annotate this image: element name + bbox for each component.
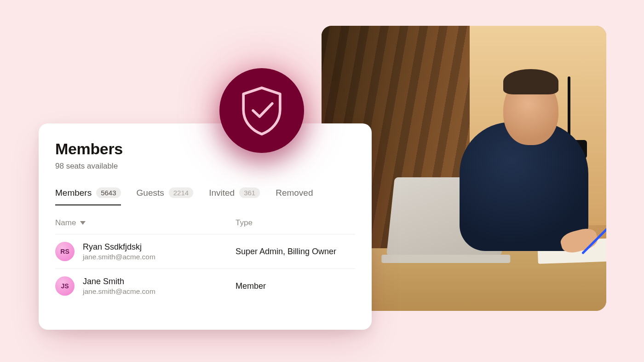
tab-label: Removed <box>276 188 313 198</box>
user-email: jane.smith@acme.com <box>83 287 155 296</box>
tab-count: 5643 <box>96 187 121 198</box>
table-header: Name Type <box>55 218 355 234</box>
shield-check-icon <box>219 68 304 153</box>
avatar: RS <box>55 242 75 261</box>
members-card: Members 98 seats available Members 5643 … <box>39 123 372 330</box>
table-row[interactable]: JS Jane Smith jane.smith@acme.com Member <box>55 269 355 303</box>
tab-members[interactable]: Members 5643 <box>55 187 121 205</box>
tab-invited[interactable]: Invited 361 <box>209 187 260 205</box>
tabs: Members 5643 Guests 2214 Invited 361 Rem… <box>55 187 355 205</box>
user-type: Member <box>236 281 266 291</box>
sort-desc-icon <box>80 218 86 228</box>
table-row[interactable]: RS Ryan Ssdkfjdskj jane.smith@acme.com S… <box>55 234 355 269</box>
tab-guests[interactable]: Guests 2214 <box>137 187 194 205</box>
section-title: Members <box>55 140 355 158</box>
column-header-name[interactable]: Name <box>55 218 236 228</box>
tab-label: Guests <box>137 188 164 198</box>
tab-label: Invited <box>209 188 235 198</box>
avatar: JS <box>55 276 75 296</box>
column-header-type[interactable]: Type <box>236 218 355 228</box>
tab-count: 361 <box>239 187 260 198</box>
user-name: Jane Smith <box>83 277 155 286</box>
column-label: Type <box>236 218 253 227</box>
tab-removed[interactable]: Removed <box>276 188 313 205</box>
user-name: Ryan Ssdkfjdskj <box>83 242 155 252</box>
seats-available: 98 seats available <box>55 162 355 171</box>
tab-label: Members <box>55 188 92 198</box>
column-label: Name <box>55 218 76 228</box>
user-email: jane.smith@acme.com <box>83 253 155 261</box>
tab-count: 2214 <box>169 187 193 198</box>
user-type: Super Admin, Billing Owner <box>236 247 336 257</box>
